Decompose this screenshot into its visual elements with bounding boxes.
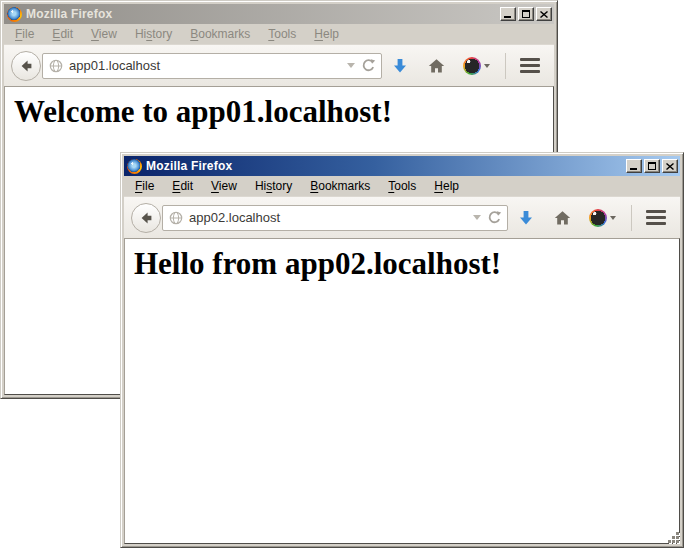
resize-grip[interactable] xyxy=(668,532,682,546)
search-caret-icon xyxy=(610,216,616,220)
urlbar-dropdown-icon[interactable] xyxy=(347,63,355,68)
window-title: Mozilla Firefox xyxy=(26,7,496,21)
toolbar-separator xyxy=(505,53,506,79)
url-text[interactable]: app02.localhost xyxy=(189,210,467,225)
menu-item-tools[interactable]: Tools xyxy=(259,25,305,43)
menu-item-edit[interactable]: Edit xyxy=(43,25,82,43)
download-icon xyxy=(392,58,408,74)
back-button[interactable] xyxy=(11,51,41,81)
page-heading: Hello from app02.localhost! xyxy=(134,246,679,282)
close-icon xyxy=(540,11,548,18)
maximize-button[interactable] xyxy=(644,159,660,173)
titlebar[interactable]: Mozilla Firefox xyxy=(124,156,680,176)
menu-bar: FileEditViewHistoryBookmarksToolsHelp xyxy=(4,24,554,44)
minimize-icon xyxy=(630,168,637,170)
menu-item-help[interactable]: Help xyxy=(425,177,468,195)
menu-item-view[interactable]: View xyxy=(202,177,246,195)
menu-hamburger-icon xyxy=(520,58,540,61)
menu-item-bookmarks[interactable]: Bookmarks xyxy=(181,25,259,43)
download-icon xyxy=(518,210,534,226)
download-button[interactable] xyxy=(518,210,534,226)
url-bar[interactable]: app01.localhost xyxy=(42,53,382,79)
menu-item-tools[interactable]: Tools xyxy=(379,177,425,195)
globe-icon[interactable] xyxy=(169,211,183,225)
menu-bar: FileEditViewHistoryBookmarksToolsHelp xyxy=(124,176,680,196)
back-icon xyxy=(18,58,34,74)
menu-item-file[interactable]: File xyxy=(126,177,163,195)
home-icon xyxy=(554,210,571,226)
window-title: Mozilla Firefox xyxy=(146,159,622,173)
search-engine-icon xyxy=(589,209,607,227)
menu-button[interactable] xyxy=(646,210,666,225)
firefox-logo-icon xyxy=(7,7,22,22)
minimize-icon xyxy=(504,16,511,18)
search-engine-button[interactable] xyxy=(463,57,490,75)
search-caret-icon xyxy=(484,64,490,68)
maximize-icon xyxy=(648,162,656,170)
page-content-app02: Hello from app02.localhost! xyxy=(124,238,680,544)
menu-item-view[interactable]: View xyxy=(82,25,126,43)
back-button[interactable] xyxy=(131,203,161,233)
home-icon xyxy=(428,58,445,74)
reload-icon[interactable] xyxy=(361,58,376,73)
url-text[interactable]: app01.localhost xyxy=(69,58,341,73)
maximize-button[interactable] xyxy=(518,7,534,21)
minimize-button[interactable] xyxy=(500,7,516,21)
menu-button[interactable] xyxy=(520,58,540,73)
firefox-window-app02: Mozilla Firefox FileEditViewHistoryBookm… xyxy=(120,152,684,548)
globe-icon[interactable] xyxy=(49,59,63,73)
close-button[interactable] xyxy=(662,159,678,173)
desktop: Mozilla Firefox FileEditViewHistoryBookm… xyxy=(0,0,688,551)
reload-icon[interactable] xyxy=(487,210,502,225)
menu-item-help[interactable]: Help xyxy=(305,25,348,43)
menu-hamburger-icon xyxy=(646,210,666,213)
window-controls xyxy=(500,7,552,21)
search-engine-button[interactable] xyxy=(589,209,616,227)
maximize-icon xyxy=(522,10,530,18)
minimize-button[interactable] xyxy=(626,159,642,173)
navigation-toolbar: app02.localhost xyxy=(124,196,680,238)
page-heading: Welcome to app01.localhost! xyxy=(14,94,553,130)
menu-hamburger-icon xyxy=(520,70,540,73)
menu-item-edit[interactable]: Edit xyxy=(163,177,202,195)
menu-item-history[interactable]: History xyxy=(246,177,301,195)
close-button[interactable] xyxy=(536,7,552,21)
close-icon xyxy=(666,163,674,170)
menu-item-bookmarks[interactable]: Bookmarks xyxy=(301,177,379,195)
download-button[interactable] xyxy=(392,58,408,74)
firefox-logo-icon xyxy=(127,159,142,174)
home-button[interactable] xyxy=(554,210,571,226)
back-icon xyxy=(138,210,154,226)
menu-hamburger-icon xyxy=(520,64,540,67)
search-engine-icon xyxy=(463,57,481,75)
menu-item-file[interactable]: File xyxy=(6,25,43,43)
urlbar-dropdown-icon[interactable] xyxy=(473,215,481,220)
navigation-toolbar: app01.localhost xyxy=(4,44,554,86)
url-bar[interactable]: app02.localhost xyxy=(162,205,508,231)
menu-hamburger-icon xyxy=(646,222,666,225)
window-controls xyxy=(626,159,678,173)
menu-hamburger-icon xyxy=(646,216,666,219)
home-button[interactable] xyxy=(428,58,445,74)
titlebar[interactable]: Mozilla Firefox xyxy=(4,4,554,24)
menu-item-history[interactable]: History xyxy=(126,25,181,43)
toolbar-separator xyxy=(631,205,632,231)
